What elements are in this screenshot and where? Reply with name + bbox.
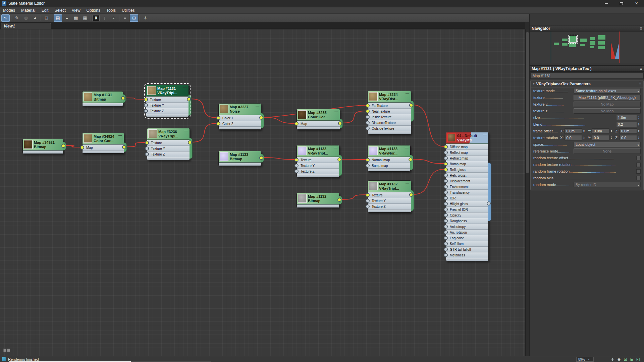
param-checkbox[interactable] <box>636 156 641 160</box>
param-map-button[interactable]: Map #1131 (pftlE2_4K_Albedo.jpg) <box>574 95 641 100</box>
node-slot-self-illum[interactable]: Self-illum <box>446 241 488 246</box>
node-minimize-icon[interactable]: — <box>483 133 487 137</box>
node-map-34921-bitmap[interactable]: Map #34921Bitmap <box>22 139 63 154</box>
input-socket[interactable] <box>144 98 148 102</box>
input-socket[interactable] <box>444 213 448 217</box>
node-slot-texture[interactable]: Texture <box>146 97 189 102</box>
menu-options[interactable]: Options <box>84 7 103 13</box>
navigator-header[interactable]: Navigator x <box>530 25 644 32</box>
output-socket[interactable] <box>259 116 263 120</box>
layout-all-vertical-icon[interactable]: ⁘ <box>109 14 118 22</box>
node-minimize-icon[interactable]: — <box>256 104 259 108</box>
input-socket[interactable] <box>444 202 448 206</box>
spinner-arrows[interactable]: ▲▼ <box>609 135 613 140</box>
layout-all-icon[interactable]: 0 <box>92 15 100 21</box>
background-checker-icon[interactable]: ▦ <box>81 14 89 22</box>
param-spinner[interactable]: 0.0▲▼ <box>620 135 641 140</box>
zoom-region-icon[interactable]: ⊡ <box>622 357 629 362</box>
node-slot-neartexture[interactable]: NearTexture <box>368 108 411 114</box>
input-socket[interactable] <box>444 230 448 234</box>
node-slot-fresnel-ior[interactable]: Fresnel IOR <box>446 206 488 212</box>
node-header[interactable]: Map #3237Noise— <box>219 104 261 115</box>
input-socket[interactable] <box>444 247 448 251</box>
spinner-value[interactable]: 0.0m <box>565 128 582 134</box>
vertical-scrollbar[interactable] <box>525 29 529 356</box>
input-socket[interactable] <box>366 164 370 168</box>
input-socket[interactable] <box>366 204 370 208</box>
render-preview-icon[interactable]: ◍ <box>22 14 30 22</box>
param-spinner[interactable]: 1.0m▲▼ <box>616 115 641 120</box>
node-header[interactable]: Map #3236VRayTripl...— <box>147 128 190 140</box>
spinner-down-icon[interactable]: ▼ <box>637 124 641 126</box>
menu-tools[interactable]: Tools <box>103 7 119 13</box>
node-footer[interactable] <box>146 114 189 117</box>
node-footer[interactable] <box>446 258 488 261</box>
wire-n13-n14[interactable] <box>413 169 444 194</box>
node-header[interactable]: Map #1131VRayTripl...— <box>146 85 189 97</box>
spinner-down-icon[interactable]: ▼ <box>637 118 641 119</box>
node-map-34924-color-cor...[interactable]: Map #34924Color Cor...—Map <box>82 133 124 154</box>
node-map-3237-noise[interactable]: Map #3237Noise—Color 1Color 2 <box>218 103 261 130</box>
node-slot-diffuse-map[interactable]: Diffuse map <box>446 144 488 149</box>
close-button[interactable]: ✕ <box>629 0 644 7</box>
node-minimize-icon[interactable]: — <box>118 133 122 137</box>
node-slot-color-1[interactable]: Color 1 <box>219 115 261 121</box>
select-tool-icon[interactable]: ↖ <box>1 14 10 22</box>
node-slot-refl-gloss-[interactable]: Refl. gloss. <box>446 167 488 172</box>
node-slot-translucency[interactable]: Translucency <box>446 189 488 195</box>
restore-button[interactable] <box>614 0 629 7</box>
spinner-value[interactable]: 1.0m <box>616 115 637 120</box>
navigator-view-rect[interactable] <box>569 36 577 43</box>
node-slot-bump-map[interactable]: Bump map <box>368 163 410 168</box>
node-slot-texture-y[interactable]: Texture Y <box>146 102 189 108</box>
rollout-header[interactable]: ▾ VRayTriplanarTex Parameters ⠿ <box>531 80 643 87</box>
output-socket[interactable] <box>259 156 263 160</box>
node-footer[interactable] <box>368 168 410 171</box>
vertical-scrollbar-thumb[interactable] <box>526 32 529 173</box>
param-spinner[interactable]: 0.0▲▼ <box>565 135 586 140</box>
node-header[interactable]: Map #1133VRayNor...— <box>368 145 410 157</box>
output-socket[interactable] <box>338 121 342 125</box>
input-socket[interactable] <box>145 141 149 145</box>
node-map-3234-vraydist...[interactable]: Map #3234VRayDist...—FarTextureNearTextu… <box>368 91 411 134</box>
input-socket[interactable] <box>216 116 220 120</box>
spinner-arrows[interactable]: ▲▼ <box>637 122 641 127</box>
node-map-1133-vraynor...[interactable]: Map #1133VRayNor...—Normal mapBump map <box>368 145 411 172</box>
node-slot-an-rotation[interactable]: An. rotation <box>446 229 488 235</box>
rollout-collapse-icon[interactable]: ▾ <box>533 82 535 85</box>
node-slot-anisotropy[interactable]: Anisotropy <box>446 224 488 229</box>
input-socket[interactable] <box>444 185 448 189</box>
zoom-extents-icon[interactable]: ▣ <box>629 357 635 362</box>
material-map-browser-icon[interactable]: ⊞ <box>130 14 138 22</box>
node-slot-texture[interactable]: Texture <box>297 157 339 163</box>
menu-utilities[interactable]: Utilities <box>119 7 138 13</box>
node-minimize-icon[interactable]: — <box>184 129 188 133</box>
parameter-panel-close-icon[interactable]: x <box>640 66 642 70</box>
input-socket[interactable] <box>144 103 148 107</box>
node-slot-map[interactable]: Map <box>297 121 340 126</box>
show-shaded-material-icon[interactable]: ◒ <box>63 14 71 22</box>
node-header[interactable]: Map #3235Color Cor...— <box>297 109 340 121</box>
spinner-arrows[interactable]: ▲▼ <box>637 135 641 140</box>
node-footer[interactable] <box>83 103 123 106</box>
output-socket[interactable] <box>187 97 191 101</box>
navigator-minimap[interactable] <box>530 32 644 63</box>
spinner-arrows[interactable]: ▲▼ <box>609 128 613 134</box>
assign-material-to-selection-icon[interactable]: ◕ <box>31 14 39 22</box>
material-name-field[interactable]: Map #1131 <box>530 72 644 79</box>
node-slot-metalness[interactable]: Metalness <box>446 252 488 258</box>
param-spinner[interactable]: 0.2▲▼ <box>616 122 641 127</box>
node-header[interactable]: Map #1133VRayTripl...— <box>297 145 339 157</box>
input-socket[interactable] <box>444 173 448 177</box>
wire-n3-n4[interactable] <box>65 145 80 147</box>
spinner-arrows[interactable]: ▲▼ <box>637 115 641 120</box>
input-socket[interactable] <box>294 122 299 126</box>
output-socket[interactable] <box>337 158 341 162</box>
show-maps-in-viewport-icon[interactable]: ▤ <box>54 14 62 22</box>
spinner-value[interactable]: 0.0 <box>620 135 637 140</box>
node-header[interactable]: Map #34921Bitmap <box>23 139 63 150</box>
node-minimize-icon[interactable]: — <box>406 92 409 96</box>
menu-modes[interactable]: Modes <box>0 7 18 13</box>
input-socket[interactable] <box>444 190 448 194</box>
input-socket[interactable] <box>444 207 448 212</box>
